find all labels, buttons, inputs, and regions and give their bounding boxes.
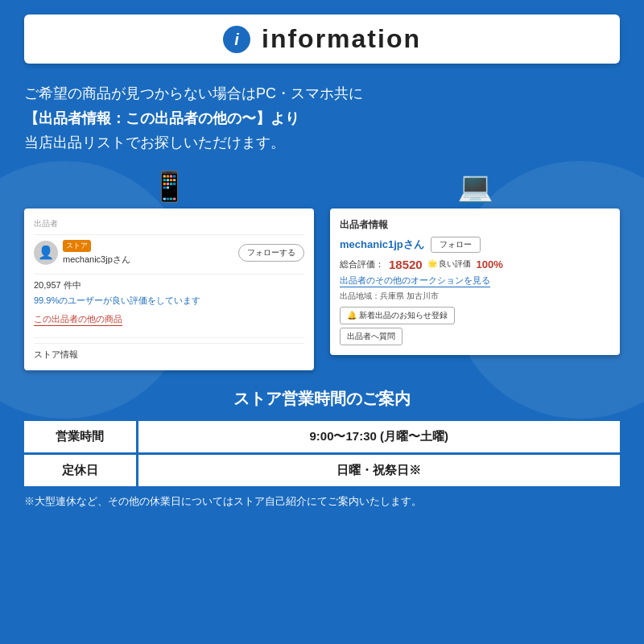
avatar: 👤 <box>34 241 58 265</box>
seller-name-left: mechanic3jpさん <box>63 254 130 266</box>
rating-row-right: 総合評価： 18520 🌟 良い評価 100% <box>340 258 610 271</box>
store-hours-section: ストア営業時間のご案内 営業時間 9:00〜17:30 (月曜〜土曜) 定休日 … <box>24 388 620 509</box>
hours-row-2: 定休日 日曜・祝祭日※ <box>24 453 620 486</box>
pc-screenshot-wrapper: 💻 出品者情報 mechanic1jpさん フォロー 総合評価： 18520 🌟… <box>330 170 620 355</box>
screenshots-section: 📱 出品者 👤 ストア mechanic3jpさん フォローする 20,957 … <box>24 170 620 370</box>
follow-button-left[interactable]: フォローする <box>238 244 304 262</box>
hours-label-1: 営業時間 <box>24 421 137 454</box>
item-count: 20,957 件中 <box>34 279 304 291</box>
intro-text: ご希望の商品が見つからない場合はPC・スマホ共に 【出品者情報：この出品者の他の… <box>24 81 620 155</box>
mobile-device-icon: 📱 <box>151 170 188 204</box>
info-icon: i <box>223 26 250 53</box>
rating-label-right: 総合評価： <box>340 258 384 270</box>
hours-table: 営業時間 9:00〜17:30 (月曜〜土曜) 定休日 日曜・祝祭日※ <box>24 421 620 486</box>
seller-label: 出品者 <box>34 218 304 229</box>
good-label: 🌟 良い評価 <box>427 258 472 270</box>
seller-name-right: mechanic1jpさん <box>340 237 424 252</box>
header-box: i information <box>24 14 620 64</box>
hours-row-1: 営業時間 9:00〜17:30 (月曜〜土曜) <box>24 421 620 454</box>
avatar-area: 👤 ストア mechanic3jpさん <box>34 240 130 266</box>
mobile-screenshot-box: 出品者 👤 ストア mechanic3jpさん フォローする 20,957 件中… <box>24 208 314 370</box>
follow-button-right[interactable]: フォロー <box>431 237 481 253</box>
hours-value-2: 日曜・祝祭日※ <box>137 453 620 486</box>
intro-line2: 【出品者情報：この出品者の他の〜】より <box>24 106 620 131</box>
store-info-link[interactable]: ストア情報 <box>34 343 304 361</box>
store-badge: ストア <box>63 240 91 252</box>
seller-info-title: 出品者情報 <box>340 218 610 232</box>
intro-line3: 当店出品リストでお探しいただけます。 <box>24 130 620 155</box>
location: 出品地域：兵庫県 加古川市 <box>340 291 610 302</box>
good-percentage: 100% <box>477 258 503 270</box>
mobile-screenshot-wrapper: 📱 出品者 👤 ストア mechanic3jpさん フォローする 20,957 … <box>24 170 314 370</box>
rating-text: 99.9%のユーザーが良い評価をしています <box>34 295 304 307</box>
auction-link[interactable]: 出品者のその他のオークションを見る <box>340 275 490 287</box>
seller-row-right: mechanic1jpさん フォロー <box>340 237 610 253</box>
hours-value-1: 9:00〜17:30 (月曜〜土曜) <box>137 421 620 454</box>
seller-row: 👤 ストア mechanic3jpさん フォローする <box>34 240 304 266</box>
notify-button[interactable]: 🔔 新着出品のお知らせ登録 <box>340 307 455 324</box>
pc-device-icon: 💻 <box>457 170 493 204</box>
other-items-link[interactable]: この出品者の他の商品 <box>34 313 122 326</box>
question-button[interactable]: 出品者へ質問 <box>340 328 402 345</box>
header-title: information <box>262 24 421 54</box>
rating-number: 18520 <box>389 258 423 271</box>
seller-info: ストア mechanic3jpさん <box>63 240 130 266</box>
hours-label-2: 定休日 <box>24 453 137 486</box>
store-hours-title: ストア営業時間のご案内 <box>24 388 620 410</box>
footnote: ※大型連休など、その他の休業日についてはストア自己紹介にてご案内いたします。 <box>24 494 620 509</box>
pc-screenshot-box: 出品者情報 mechanic1jpさん フォロー 総合評価： 18520 🌟 良… <box>330 208 620 355</box>
intro-line1: ご希望の商品が見つからない場合はPC・スマホ共に <box>24 81 620 106</box>
